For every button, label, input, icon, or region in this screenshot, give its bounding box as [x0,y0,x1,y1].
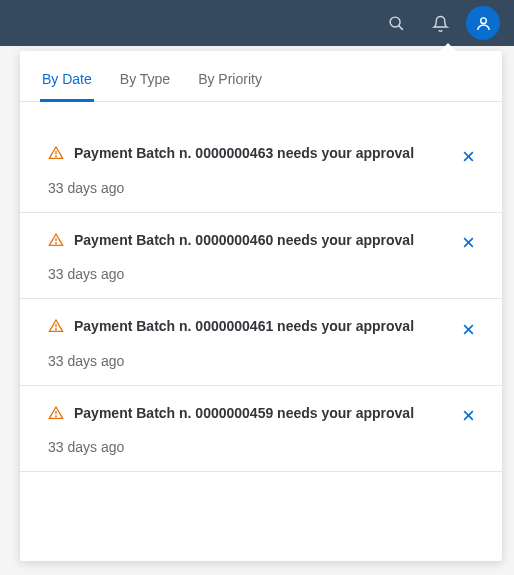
user-avatar-button[interactable] [466,6,500,40]
tab-by-priority[interactable]: By Priority [198,71,262,101]
dismiss-button[interactable] [458,233,478,253]
close-icon [462,323,475,336]
notification-content: Payment Batch n. 0000000459 needs your a… [74,404,480,456]
warning-icon [48,318,64,338]
header-bar [0,0,514,46]
notification-item[interactable]: Payment Batch n. 0000000459 needs your a… [20,386,502,473]
notification-title: Payment Batch n. 0000000459 needs your a… [74,404,440,424]
person-icon [475,15,492,32]
warning-icon [48,405,64,425]
notification-time: 33 days ago [48,439,440,455]
tab-by-type[interactable]: By Type [120,71,170,101]
search-button[interactable] [378,5,414,41]
bell-icon [432,15,449,32]
svg-point-8 [56,243,57,244]
notification-content: Payment Batch n. 0000000461 needs your a… [74,317,480,369]
notifications-popover: By Date By Type By Priority Payment Batc… [20,51,502,561]
notification-list: Payment Batch n. 0000000463 needs your a… [20,102,502,472]
filter-tabs: By Date By Type By Priority [20,51,502,102]
close-icon [462,150,475,163]
warning-icon [48,232,64,252]
svg-point-4 [56,156,57,157]
notification-title: Payment Batch n. 0000000461 needs your a… [74,317,440,337]
notification-content: Payment Batch n. 0000000460 needs your a… [74,231,480,283]
notification-time: 33 days ago [48,266,440,282]
notification-time: 33 days ago [48,353,440,369]
warning-icon [48,145,64,165]
svg-point-2 [480,17,486,23]
notification-item[interactable]: Payment Batch n. 0000000461 needs your a… [20,299,502,386]
notification-content: Payment Batch n. 0000000463 needs your a… [74,144,480,196]
tab-by-date[interactable]: By Date [42,71,92,101]
svg-line-1 [398,25,402,29]
close-icon [462,236,475,249]
svg-point-16 [56,416,57,417]
notification-item[interactable]: Payment Batch n. 0000000463 needs your a… [20,126,502,213]
notifications-button[interactable] [422,5,458,41]
dismiss-button[interactable] [458,406,478,426]
notification-title: Payment Batch n. 0000000463 needs your a… [74,144,440,164]
notification-time: 33 days ago [48,180,440,196]
notification-title: Payment Batch n. 0000000460 needs your a… [74,231,440,251]
notification-item[interactable]: Payment Batch n. 0000000460 needs your a… [20,213,502,300]
svg-point-12 [56,329,57,330]
svg-point-0 [390,17,400,27]
close-icon [462,409,475,422]
dismiss-button[interactable] [458,319,478,339]
search-icon [388,15,405,32]
dismiss-button[interactable] [458,146,478,166]
